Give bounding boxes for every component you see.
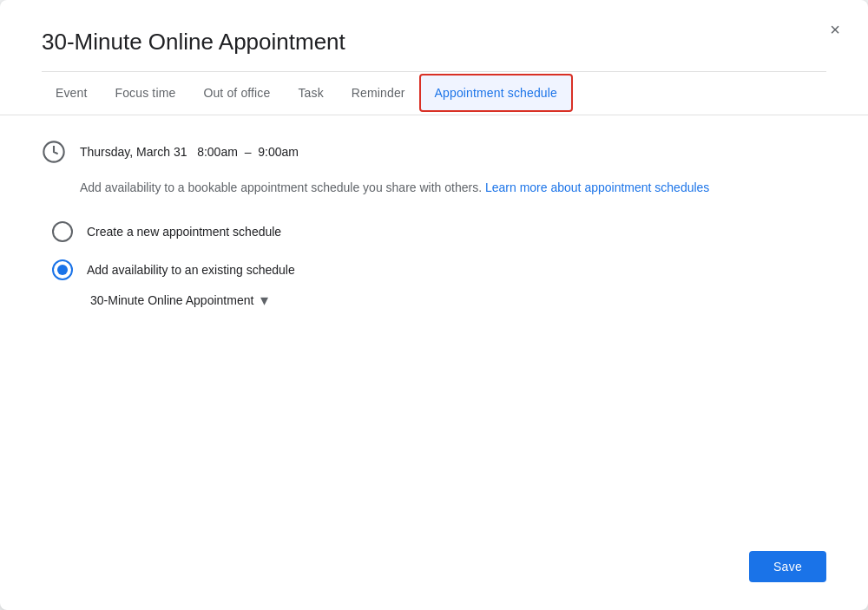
schedule-dropdown[interactable]: 30-Minute Online Appointment ▾ [90, 287, 268, 313]
dropdown-label: 30-Minute Online Appointment [90, 293, 253, 307]
tab-focus-time[interactable]: Focus time [102, 72, 190, 115]
time-date: Thursday, March 31 [80, 145, 187, 159]
tab-out-of-office[interactable]: Out of office [189, 72, 284, 115]
time-display: Thursday, March 31 8:00am – 9:00am [80, 145, 299, 159]
tab-reminder[interactable]: Reminder [338, 72, 419, 115]
clock-icon [42, 140, 66, 164]
dialog-title: 30-Minute Online Appointment [42, 28, 826, 57]
description-text: Add availability to a bookable appointme… [80, 178, 826, 197]
radio-item-new[interactable]: Create a new appointment schedule [52, 221, 826, 242]
dialog: × 30-Minute Online Appointment Event Foc… [0, 0, 868, 610]
dialog-content: Thursday, March 31 8:00am – 9:00am Add a… [0, 115, 868, 537]
dropdown-row: 30-Minute Online Appointment ▾ [90, 287, 826, 313]
time-end: 9:00am [258, 145, 299, 159]
tabs-row: Event Focus time Out of office Task Remi… [0, 72, 868, 115]
time-row: Thursday, March 31 8:00am – 9:00am [42, 140, 826, 164]
learn-more-link[interactable]: Learn more about appointment schedules [485, 180, 709, 194]
radio-label-new: Create a new appointment schedule [87, 225, 281, 239]
tab-task[interactable]: Task [284, 72, 337, 115]
radio-item-existing[interactable]: Add availability to an existing schedule [52, 259, 826, 280]
dropdown-arrow-icon: ▾ [260, 291, 268, 310]
time-start: 8:00am [197, 145, 238, 159]
time-separator: – [245, 145, 252, 159]
radio-label-existing: Add availability to an existing schedule [87, 263, 295, 277]
radio-circle-existing [52, 259, 73, 280]
radio-group: Create a new appointment schedule Add av… [52, 221, 826, 280]
save-button[interactable]: Save [749, 551, 826, 582]
dialog-header: 30-Minute Online Appointment [0, 0, 868, 71]
description-block: Add availability to a bookable appointme… [80, 178, 826, 197]
close-icon: × [830, 20, 840, 40]
radio-circle-new [52, 221, 73, 242]
dialog-footer: Save [0, 537, 868, 610]
tab-event[interactable]: Event [42, 72, 102, 115]
tab-appointment-schedule[interactable]: Appointment schedule [419, 74, 573, 112]
close-button[interactable]: × [819, 14, 851, 45]
